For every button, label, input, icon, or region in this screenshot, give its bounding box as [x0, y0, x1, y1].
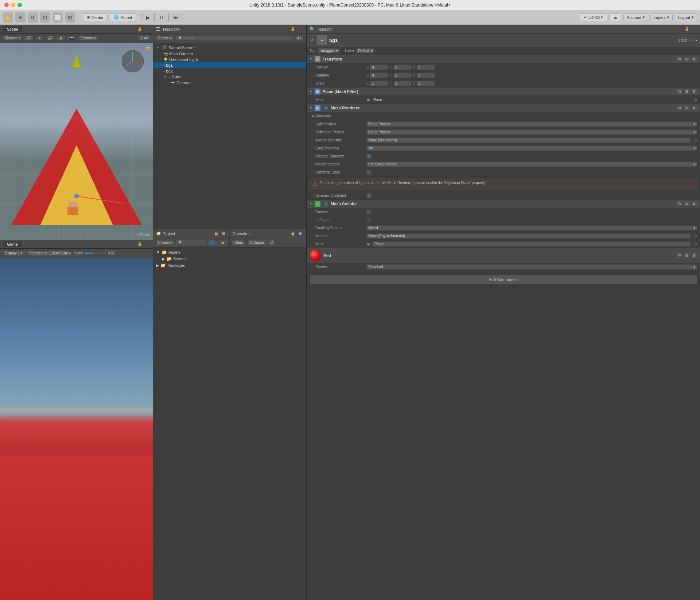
minimize-button[interactable]	[11, 3, 15, 7]
scene-more-icon[interactable]: ☰	[144, 27, 150, 31]
mesh-collider-header[interactable]: ▼ ⬡ ✔ Mesh Collider ⧉ ⊞ ⚙	[307, 200, 700, 208]
list-item[interactable]: ▶ 📁 Scenes	[155, 256, 228, 262]
inspector-more-icon[interactable]: ☰	[692, 27, 697, 31]
material-copy-btn[interactable]: ⧉	[677, 253, 682, 258]
list-item[interactable]: ▪ bg1	[153, 62, 306, 68]
lighting-toggle[interactable]: ☀	[35, 35, 44, 41]
receive-shadows-checkbox[interactable]: ✔	[366, 154, 372, 159]
scene-viewport[interactable]: Y x 🔒 < Persp	[0, 43, 153, 240]
project-create-dropdown[interactable]: Create ▾	[155, 240, 174, 245]
q-all-btn[interactable]: Q All	[138, 35, 151, 41]
console-lock-icon[interactable]: 🔒	[289, 231, 296, 236]
project-more-icon[interactable]: ☰	[221, 231, 226, 236]
object-name[interactable]: bg1	[329, 38, 338, 43]
fx-toggle[interactable]: ⚡	[56, 35, 66, 41]
add-component-button[interactable]: Add Component	[310, 275, 697, 284]
collider-mesh-target-icon[interactable]: ◎	[694, 242, 697, 246]
project-star-icon[interactable]: ★	[219, 240, 227, 245]
materials-row[interactable]: ▶ Materials	[307, 112, 700, 120]
list-item[interactable]: ▪ bg2	[153, 68, 306, 74]
anchor-override-dropdown[interactable]: None (Transform)	[366, 137, 691, 143]
material-menu-btn[interactable]: ⚙	[691, 253, 697, 258]
scale-tool[interactable]: ⊡	[40, 12, 50, 23]
mesh-renderer-enable-checkbox[interactable]: ✔	[323, 105, 328, 110]
scale-z-input[interactable]	[417, 81, 435, 86]
pivot-center-button[interactable]: ⊕ Center	[83, 13, 108, 21]
transform-paste-btn[interactable]: ⊞	[684, 56, 690, 62]
transform-copy-btn[interactable]: ⧉	[677, 56, 682, 62]
collider-mesh-dropdown[interactable]: Plane	[373, 241, 691, 247]
cloud-button[interactable]: ☁	[609, 13, 621, 21]
mesh-renderer-copy-btn[interactable]: ⧉	[677, 105, 682, 111]
mesh-collider-enable-checkbox[interactable]: ✔	[323, 201, 328, 206]
cooking-options-dropdown[interactable]: Mixed ... ▾	[366, 225, 697, 231]
tab-scene[interactable]: Scene	[3, 26, 22, 32]
collapse-button[interactable]: Collapse	[247, 240, 267, 245]
mesh-collider-paste-btn[interactable]: ⊞	[684, 201, 690, 207]
maximize-button[interactable]	[18, 3, 22, 7]
layers-dropdown[interactable]: Layers ▾	[650, 13, 673, 21]
hierarchy-search-field[interactable]: 🔍	[176, 35, 293, 41]
list-item[interactable]: ▼ ▪ Cube	[153, 74, 306, 80]
object-active-checkbox[interactable]: ✔	[310, 38, 315, 43]
rotation-z-input[interactable]	[417, 73, 435, 78]
move-tool[interactable]: ✛	[15, 12, 26, 23]
collider-material-dropdown[interactable]: None (Physic Material)	[366, 233, 691, 239]
gizmos-dropdown[interactable]: Gizmos ▾	[78, 35, 98, 41]
scene-lock-icon[interactable]: 🔒	[136, 27, 143, 31]
collider-material-target-icon[interactable]: ◎	[694, 234, 697, 238]
list-item[interactable]: 💡 Directional Light	[153, 57, 306, 62]
layout-dropdown[interactable]: Layout ▾	[675, 13, 697, 21]
anchor-target-icon[interactable]: ◎	[694, 138, 697, 142]
list-item[interactable]: ▼ 📁 Assets	[155, 249, 228, 256]
project-lock-icon[interactable]: 🔒	[213, 231, 219, 236]
hierarchy-scene-root[interactable]: ▼ 🎬 SampleScene*	[153, 44, 306, 51]
mesh-filter-paste-btn[interactable]: ⊞	[684, 89, 690, 94]
cast-shadows-dropdown[interactable]: On ▾	[366, 145, 697, 151]
mesh-filter-copy-btn[interactable]: ⧉	[677, 89, 682, 94]
is-trigger-checkbox[interactable]	[366, 217, 372, 222]
audio-toggle[interactable]: 🔊	[45, 35, 55, 41]
scale-y-input[interactable]	[393, 81, 412, 86]
position-y-input[interactable]	[393, 65, 412, 70]
project-user-icon[interactable]: 👤	[208, 240, 217, 245]
pause-button[interactable]: ⏸	[155, 13, 169, 22]
rect-tool[interactable]: ⬜	[52, 12, 63, 23]
clear-button[interactable]: Clear	[232, 240, 246, 245]
c-button[interactable]: C	[268, 240, 276, 245]
transform-header[interactable]: ▼ ⊕ Transform ⧉ ⊞ ⚙	[307, 55, 700, 63]
hierarchy-more-icon[interactable]: ☰	[298, 27, 303, 31]
convex-checkbox[interactable]	[366, 209, 372, 214]
shader-dropdown[interactable]: Standard ▾	[366, 264, 697, 270]
mesh-collider-copy-btn[interactable]: ⧉	[677, 201, 682, 207]
global-button[interactable]: 🌐 Global	[110, 13, 136, 21]
dynamic-occluded-checkbox[interactable]: ✔	[366, 193, 372, 198]
rotation-y-input[interactable]	[393, 73, 412, 78]
list-item[interactable]: 📷 Main Camera	[153, 51, 306, 57]
list-item[interactable]: 📷 Camera	[153, 80, 306, 86]
mesh-filter-menu-btn[interactable]: ⚙	[691, 89, 697, 94]
collab-button[interactable]: ✔ Collab ▾	[580, 13, 607, 21]
mesh-renderer-menu-btn[interactable]: ⚙	[691, 105, 697, 111]
hierarchy-create-dropdown[interactable]: Create ▾	[155, 35, 174, 41]
mesh-collider-menu-btn[interactable]: ⚙	[691, 201, 697, 207]
hierarchy-all-btn[interactable]: All	[295, 35, 304, 41]
console-more-icon[interactable]: ☰	[298, 231, 303, 236]
position-x-input[interactable]	[370, 65, 388, 70]
project-search-field[interactable]: 🔍	[176, 240, 206, 245]
step-button[interactable]: ⏭	[169, 13, 183, 22]
reflection-probes-dropdown[interactable]: Blend Probes ▾	[366, 129, 697, 135]
rotate-tool[interactable]: ↺	[28, 12, 38, 23]
tab-game[interactable]: Game	[3, 241, 22, 247]
play-button[interactable]: ▶	[141, 13, 155, 22]
account-dropdown[interactable]: Account ▾	[623, 13, 648, 21]
2d-toggle[interactable]: 2D	[24, 35, 34, 41]
game-more-icon[interactable]: ☰	[144, 242, 150, 246]
mesh-renderer-paste-btn[interactable]: ⊞	[684, 105, 690, 111]
game-lock-icon[interactable]: 🔒	[136, 242, 143, 246]
transform-tool[interactable]: ⊞	[65, 12, 75, 23]
list-item[interactable]: ▶ 📁 Packages	[155, 262, 228, 269]
position-z-input[interactable]	[417, 65, 435, 70]
inspector-lock-icon[interactable]: 🔒	[684, 27, 690, 31]
material-paste-btn[interactable]: ⊞	[684, 253, 690, 258]
